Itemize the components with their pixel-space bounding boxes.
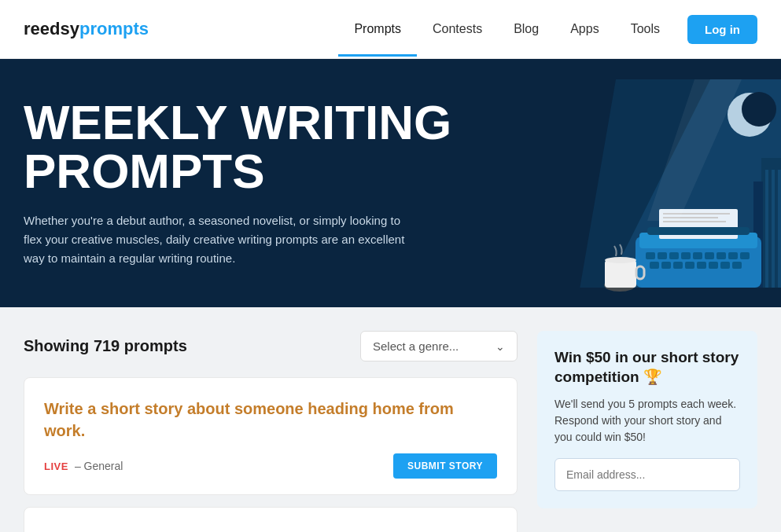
svg-rect-13 — [658, 252, 667, 259]
svg-rect-7 — [772, 170, 775, 303]
svg-rect-23 — [673, 262, 683, 269]
prompt-text: Write a short story about someone headin… — [44, 398, 497, 442]
prompt-meta: LIVE – General — [44, 460, 123, 472]
svg-rect-19 — [728, 252, 738, 259]
svg-rect-9 — [577, 288, 781, 307]
logo-prompts: prompts — [79, 19, 149, 39]
genre-select[interactable]: Select a genre... ⌄ — [360, 331, 518, 361]
svg-rect-27 — [720, 262, 730, 269]
nav-tools[interactable]: Tools — [615, 2, 676, 57]
hero-content: WEEKLY WRITING PROMPTS Whether you're a … — [24, 98, 451, 268]
right-column: Win $50 in our short story competition 🏆… — [537, 331, 757, 532]
prompts-header: Showing 719 prompts Select a genre... ⌄ — [24, 331, 518, 361]
login-button[interactable]: Log in — [687, 15, 757, 44]
prompts-count: Showing 719 prompts — [24, 337, 187, 355]
svg-rect-12 — [646, 252, 655, 259]
svg-point-37 — [605, 257, 636, 263]
hero-description: Whether you're a debut author, a seasone… — [24, 211, 417, 268]
svg-rect-35 — [605, 260, 636, 288]
left-column: Showing 719 prompts Select a genre... ⌄ … — [24, 331, 518, 532]
svg-rect-16 — [693, 252, 702, 259]
svg-rect-18 — [717, 252, 726, 259]
main-content: Showing 719 prompts Select a genre... ⌄ … — [0, 307, 781, 532]
svg-rect-14 — [669, 252, 679, 259]
hero-heading: WEEKLY WRITING PROMPTS — [24, 98, 451, 196]
svg-rect-24 — [685, 262, 694, 269]
prompt-genre: – General — [75, 460, 123, 472]
header: reedsyprompts Prompts Contests Blog Apps… — [0, 0, 781, 59]
svg-rect-33 — [647, 227, 750, 235]
svg-rect-20 — [740, 252, 750, 259]
email-input[interactable] — [554, 458, 740, 491]
svg-rect-21 — [650, 262, 659, 269]
contest-description: We'll send you 5 prompts each week. Resp… — [554, 396, 740, 446]
genre-select-label: Select a genre... — [373, 339, 459, 353]
contest-card: Win $50 in our short story competition 🏆… — [537, 331, 757, 508]
hero-section: WEEKLY WRITING PROMPTS Whether you're a … — [0, 59, 781, 307]
prompt-footer: LIVE – General SUBMIT STORY — [44, 453, 497, 479]
svg-rect-26 — [709, 262, 718, 269]
nav-contests[interactable]: Contests — [417, 2, 498, 57]
svg-rect-28 — [732, 262, 742, 269]
logo[interactable]: reedsyprompts — [24, 19, 149, 39]
nav-apps[interactable]: Apps — [554, 2, 614, 57]
svg-rect-22 — [661, 262, 671, 269]
svg-rect-8 — [778, 170, 781, 303]
svg-rect-32 — [663, 221, 726, 222]
nav-blog[interactable]: Blog — [498, 2, 554, 57]
svg-rect-17 — [705, 252, 714, 259]
svg-point-3 — [742, 92, 776, 127]
contest-title: Win $50 in our short story competition 🏆 — [554, 348, 740, 387]
svg-rect-15 — [681, 252, 691, 259]
chevron-down-icon: ⌄ — [495, 340, 505, 353]
prompt-card: Write a short story about someone headin… — [24, 377, 518, 495]
submit-story-button[interactable]: SUBMIT STORY — [393, 453, 497, 479]
svg-rect-25 — [697, 262, 706, 269]
hero-illustration — [459, 79, 781, 307]
nav-prompts[interactable]: Prompts — [338, 2, 417, 57]
live-badge: LIVE — [44, 460, 68, 472]
svg-rect-6 — [765, 170, 768, 303]
main-nav: Prompts Contests Blog Apps Tools Log in — [338, 2, 757, 57]
logo-reedsy: reedsy — [24, 19, 79, 39]
prompt-card-partial — [24, 507, 518, 532]
